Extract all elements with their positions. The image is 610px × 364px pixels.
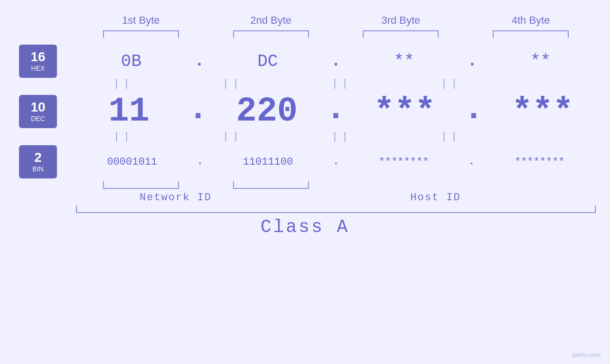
bracket-top-2 [233,30,309,38]
hex-b2: DC [220,52,315,71]
hex-sep3: . [467,53,478,70]
eq2-b2: || [185,131,280,143]
host-id-label: Host ID [275,192,596,204]
bin-sep1: . [197,157,203,167]
bin-b2: 11011100 [220,156,315,168]
bin-sep3: . [469,157,475,167]
dec-sep1: . [188,92,208,131]
hex-badge: 16 HEX [19,45,57,78]
hex-badge-cell: 16 HEX [0,45,76,78]
dec-row-wrapper: 10 DEC 11 . 220 . *** . *** [0,92,610,131]
bracket-top-4 [493,30,569,38]
main-container: 1st Byte 2nd Byte 3rd Byte 4th Byte 16 H… [0,0,610,364]
dec-b1: 11 [82,92,177,131]
eq2-b4: || [404,131,498,143]
top-brackets [0,30,610,40]
bin-badge-label: BIN [32,165,43,173]
dec-badge-cell: 10 DEC [0,95,76,128]
bracket-cell-3 [353,30,448,40]
bracket-cell-2 [224,30,319,40]
bin-data-row: 00001011 . 11011100 . ******** . *******… [76,156,610,168]
bin-sep2: . [333,157,339,167]
bot-bracket-cell-1 [94,181,188,191]
byte1-label: 1st Byte [94,14,188,27]
byte-headers: 1st Byte 2nd Byte 3rd Byte 4th Byte [0,14,610,27]
hex-row-wrapper: 16 HEX 0B . DC . ** . ** [0,45,610,78]
eq1-b3: || [294,78,389,90]
full-bracket [76,205,596,213]
bin-b1: 00001011 [84,156,179,168]
bot-bracket-cell-2 [224,181,319,191]
dec-b3: *** [357,92,452,131]
network-id-label: Network ID [76,192,275,204]
bot-bracket-cell-4 [483,181,578,191]
hex-sep2: . [331,53,341,70]
eq1-b2: || [185,78,280,90]
full-bracket-wrapper [76,205,610,213]
byte2-label: 2nd Byte [224,14,319,27]
bracket-top-1 [103,30,179,38]
bin-b4: ******** [492,156,587,168]
hex-sep1: . [194,53,205,70]
bin-badge-num: 2 [34,151,42,164]
hex-data-row: 0B . DC . ** . ** [76,52,610,71]
bracket-top-3 [363,30,439,38]
class-label: Class A [0,217,610,237]
hex-badge-num: 16 [30,50,45,64]
bin-badge-cell: 2 BIN [0,145,76,178]
hex-b1: 0B [84,52,178,71]
dec-sep2: . [326,92,346,131]
hex-b4: ** [493,52,588,71]
dec-b2: 220 [219,92,314,131]
dec-sep3: . [463,92,484,131]
eq1-b4: || [404,78,498,90]
equals-row-2: || || || || [76,131,610,143]
dec-data-row: 11 . 220 . *** . *** [76,92,610,131]
dec-badge: 10 DEC [19,95,57,128]
equals-row-1: || || || || [76,78,610,90]
eq1-b1: || [76,78,171,90]
byte4-label: 4th Byte [483,14,578,27]
bin-b3: ******** [357,156,451,168]
bracket-cell-1 [94,30,188,40]
bin-badge: 2 BIN [19,145,57,178]
bot-bracket-cell-3 [353,181,448,191]
bin-row-wrapper: 2 BIN 00001011 . 11011100 . ******** . *… [0,145,610,178]
watermark: ipshu.com [572,351,601,358]
byte3-label: 3rd Byte [353,14,448,27]
bot-bracket-1 [103,181,179,189]
hex-b3: ** [357,52,451,71]
eq2-b3: || [294,131,389,143]
dec-b4: *** [495,92,590,131]
dec-badge-num: 10 [30,101,45,114]
dec-badge-label: DEC [31,115,45,122]
id-labels: Network ID Host ID [76,192,610,204]
eq2-b1: || [76,131,171,143]
bottom-brackets [76,181,610,191]
bracket-cell-4 [483,30,578,40]
hex-badge-label: HEX [31,65,45,72]
bot-bracket-2 [233,181,309,189]
